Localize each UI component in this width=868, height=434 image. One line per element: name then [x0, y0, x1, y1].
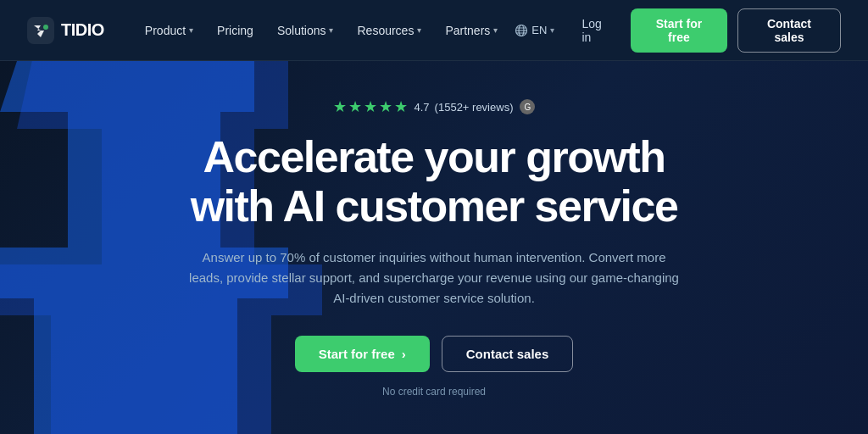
nav-right: EN ▾ Log in Start for free Contact sales	[508, 8, 841, 53]
start-free-button[interactable]: Start for free	[631, 8, 727, 53]
nav-product[interactable]: Product ▾	[135, 17, 203, 44]
login-button[interactable]: Log in	[571, 10, 620, 51]
hero-start-free-button[interactable]: Start for free ›	[295, 336, 430, 372]
svg-point-1	[43, 25, 48, 30]
chevron-down-icon: ▾	[417, 25, 421, 35]
hero-contact-sales-button[interactable]: Contact sales	[442, 336, 574, 372]
chevron-down-icon: ▾	[493, 25, 498, 35]
lang-label: EN	[531, 24, 547, 36]
nav-resources[interactable]: Resources ▾	[347, 17, 431, 44]
globe-icon	[515, 24, 528, 37]
logo-icon	[27, 17, 54, 44]
contact-sales-button[interactable]: Contact sales	[737, 8, 841, 53]
language-selector[interactable]: EN ▾	[508, 19, 561, 42]
rating-reviews: (1552+ reviews)	[435, 101, 514, 114]
nav-pricing[interactable]: Pricing	[207, 17, 264, 44]
nav-partners[interactable]: Partners ▾	[435, 17, 508, 44]
chevron-down-icon: ▾	[189, 25, 193, 35]
cta-buttons: Start for free › Contact sales	[295, 336, 574, 372]
hero-section: ★★★★★ 4.7 (1552+ reviews) G Accelerate y…	[0, 61, 868, 434]
logo[interactable]: TIDIO	[27, 17, 104, 44]
navbar: TIDIO Product ▾ Pricing Solutions ▾ Reso…	[0, 0, 868, 61]
rating-row: ★★★★★ 4.7 (1552+ reviews) G	[188, 97, 680, 116]
no-credit-card-notice: No credit card required	[382, 386, 486, 398]
nav-left: TIDIO Product ▾ Pricing Solutions ▾ Reso…	[27, 17, 508, 44]
cta-section: Start for free › Contact sales No credit…	[188, 336, 680, 398]
chevron-down-icon: ▾	[329, 25, 333, 35]
hero-title: Accelerate your growth with AI customer …	[188, 133, 680, 230]
chevron-down-icon: ▾	[550, 25, 554, 35]
star-icons: ★★★★★	[333, 97, 409, 116]
hero-subtitle: Answer up to 70% of customer inquiries w…	[188, 248, 680, 309]
rating-value: 4.7	[415, 101, 430, 114]
hero-content: ★★★★★ 4.7 (1552+ reviews) G Accelerate y…	[188, 97, 680, 397]
nav-links: Product ▾ Pricing Solutions ▾ Resources …	[135, 17, 508, 44]
arrow-icon: ›	[402, 347, 406, 361]
nav-solutions[interactable]: Solutions ▾	[267, 17, 344, 44]
g2-icon: G	[520, 99, 535, 114]
logo-text: TIDIO	[61, 20, 104, 40]
